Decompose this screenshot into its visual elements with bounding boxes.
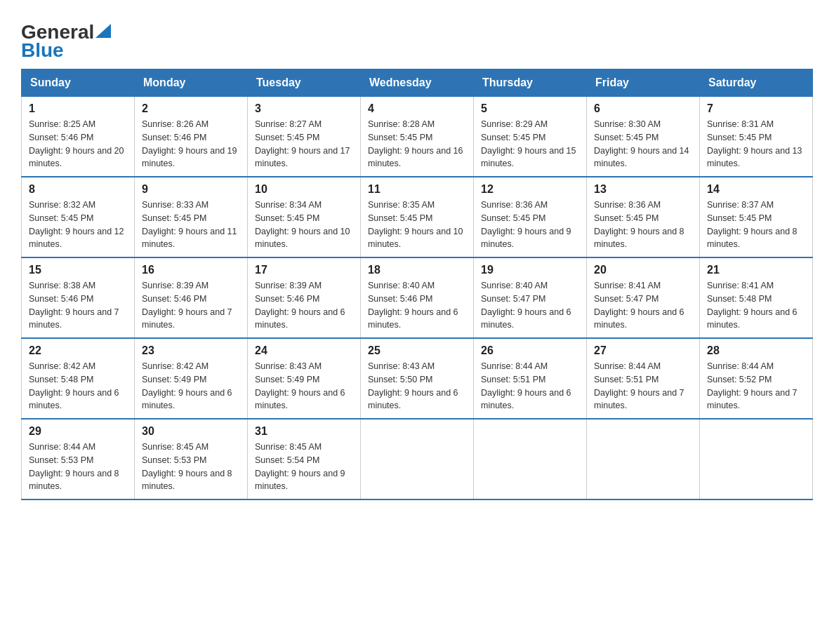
calendar-cell: 5 Sunrise: 8:29 AMSunset: 5:45 PMDayligh… [474, 97, 587, 177]
day-number: 26 [481, 344, 579, 357]
day-info: Sunrise: 8:45 AMSunset: 5:53 PMDaylight:… [142, 442, 232, 491]
day-number: 3 [255, 102, 353, 115]
calendar-cell [361, 419, 474, 499]
day-info: Sunrise: 8:44 AMSunset: 5:52 PMDaylight:… [707, 361, 797, 410]
logo-triangle-icon [95, 24, 111, 38]
calendar-cell: 12 Sunrise: 8:36 AMSunset: 5:45 PMDaylig… [474, 177, 587, 257]
logo-blue: Blue [21, 39, 64, 62]
day-header-tuesday: Tuesday [248, 69, 361, 97]
day-info: Sunrise: 8:44 AMSunset: 5:53 PMDaylight:… [29, 442, 119, 491]
calendar-cell: 14 Sunrise: 8:37 AMSunset: 5:45 PMDaylig… [700, 177, 813, 257]
day-number: 27 [594, 344, 692, 357]
calendar-cell: 4 Sunrise: 8:28 AMSunset: 5:45 PMDayligh… [361, 97, 474, 177]
day-header-sunday: Sunday [22, 69, 135, 97]
day-info: Sunrise: 8:41 AMSunset: 5:48 PMDaylight:… [707, 281, 797, 330]
calendar-cell: 31 Sunrise: 8:45 AMSunset: 5:54 PMDaylig… [248, 419, 361, 499]
calendar-table: SundayMondayTuesdayWednesdayThursdayFrid… [21, 69, 813, 500]
day-number: 9 [142, 183, 240, 196]
day-info: Sunrise: 8:42 AMSunset: 5:48 PMDaylight:… [29, 361, 119, 410]
day-number: 12 [481, 183, 579, 196]
calendar-cell: 20 Sunrise: 8:41 AMSunset: 5:47 PMDaylig… [587, 257, 700, 338]
day-info: Sunrise: 8:38 AMSunset: 5:46 PMDaylight:… [29, 281, 119, 330]
calendar-cell: 16 Sunrise: 8:39 AMSunset: 5:46 PMDaylig… [135, 257, 248, 338]
day-number: 17 [255, 264, 353, 276]
day-number: 6 [594, 102, 692, 115]
calendar-cell: 3 Sunrise: 8:27 AMSunset: 5:45 PMDayligh… [248, 97, 361, 177]
day-number: 8 [29, 183, 127, 196]
day-number: 29 [29, 425, 127, 438]
day-number: 7 [707, 102, 805, 115]
day-number: 4 [368, 102, 466, 115]
calendar-cell [587, 419, 700, 499]
calendar-cell: 26 Sunrise: 8:44 AMSunset: 5:51 PMDaylig… [474, 338, 587, 419]
calendar-week-4: 22 Sunrise: 8:42 AMSunset: 5:48 PMDaylig… [22, 338, 813, 419]
day-info: Sunrise: 8:33 AMSunset: 5:45 PMDaylight:… [142, 200, 237, 249]
day-info: Sunrise: 8:36 AMSunset: 5:45 PMDaylight:… [594, 200, 684, 249]
day-info: Sunrise: 8:44 AMSunset: 5:51 PMDaylight:… [481, 361, 571, 410]
calendar-header-row: SundayMondayTuesdayWednesdayThursdayFrid… [22, 69, 813, 97]
day-number: 21 [707, 264, 805, 276]
day-info: Sunrise: 8:28 AMSunset: 5:45 PMDaylight:… [368, 119, 463, 168]
day-number: 15 [29, 264, 127, 276]
day-header-friday: Friday [587, 69, 700, 97]
day-number: 23 [142, 344, 240, 357]
day-number: 10 [255, 183, 353, 196]
day-number: 14 [707, 183, 805, 196]
calendar-cell: 8 Sunrise: 8:32 AMSunset: 5:45 PMDayligh… [22, 177, 135, 257]
day-number: 18 [368, 264, 466, 276]
page-header: General Blue [21, 14, 813, 62]
day-info: Sunrise: 8:29 AMSunset: 5:45 PMDaylight:… [481, 119, 576, 168]
day-number: 16 [142, 264, 240, 276]
day-info: Sunrise: 8:32 AMSunset: 5:45 PMDaylight:… [29, 200, 124, 249]
day-info: Sunrise: 8:42 AMSunset: 5:49 PMDaylight:… [142, 361, 232, 410]
day-number: 5 [481, 102, 579, 115]
calendar-cell [474, 419, 587, 499]
calendar-cell: 7 Sunrise: 8:31 AMSunset: 5:45 PMDayligh… [700, 97, 813, 177]
calendar-week-1: 1 Sunrise: 8:25 AMSunset: 5:46 PMDayligh… [22, 97, 813, 177]
calendar-week-3: 15 Sunrise: 8:38 AMSunset: 5:46 PMDaylig… [22, 257, 813, 338]
calendar-cell: 13 Sunrise: 8:36 AMSunset: 5:45 PMDaylig… [587, 177, 700, 257]
calendar-cell: 22 Sunrise: 8:42 AMSunset: 5:48 PMDaylig… [22, 338, 135, 419]
day-info: Sunrise: 8:40 AMSunset: 5:46 PMDaylight:… [368, 281, 458, 330]
calendar-cell: 23 Sunrise: 8:42 AMSunset: 5:49 PMDaylig… [135, 338, 248, 419]
calendar-cell: 25 Sunrise: 8:43 AMSunset: 5:50 PMDaylig… [361, 338, 474, 419]
day-info: Sunrise: 8:41 AMSunset: 5:47 PMDaylight:… [594, 281, 684, 330]
day-info: Sunrise: 8:25 AMSunset: 5:46 PMDaylight:… [29, 119, 124, 168]
day-number: 1 [29, 102, 127, 115]
day-number: 22 [29, 344, 127, 357]
day-info: Sunrise: 8:44 AMSunset: 5:51 PMDaylight:… [594, 361, 684, 410]
day-number: 20 [594, 264, 692, 276]
calendar-week-2: 8 Sunrise: 8:32 AMSunset: 5:45 PMDayligh… [22, 177, 813, 257]
day-info: Sunrise: 8:30 AMSunset: 5:45 PMDaylight:… [594, 119, 689, 168]
day-info: Sunrise: 8:39 AMSunset: 5:46 PMDaylight:… [142, 281, 232, 330]
calendar-cell [700, 419, 813, 499]
day-info: Sunrise: 8:43 AMSunset: 5:49 PMDaylight:… [255, 361, 345, 410]
day-number: 24 [255, 344, 353, 357]
calendar-cell: 30 Sunrise: 8:45 AMSunset: 5:53 PMDaylig… [135, 419, 248, 499]
svg-marker-0 [95, 24, 111, 38]
calendar-cell: 18 Sunrise: 8:40 AMSunset: 5:46 PMDaylig… [361, 257, 474, 338]
day-info: Sunrise: 8:43 AMSunset: 5:50 PMDaylight:… [368, 361, 458, 410]
calendar-cell: 21 Sunrise: 8:41 AMSunset: 5:48 PMDaylig… [700, 257, 813, 338]
calendar-cell: 29 Sunrise: 8:44 AMSunset: 5:53 PMDaylig… [22, 419, 135, 499]
day-info: Sunrise: 8:36 AMSunset: 5:45 PMDaylight:… [481, 200, 571, 249]
day-header-saturday: Saturday [700, 69, 813, 97]
day-header-thursday: Thursday [474, 69, 587, 97]
day-info: Sunrise: 8:34 AMSunset: 5:45 PMDaylight:… [255, 200, 350, 249]
calendar-cell: 19 Sunrise: 8:40 AMSunset: 5:47 PMDaylig… [474, 257, 587, 338]
day-header-monday: Monday [135, 69, 248, 97]
calendar-cell: 15 Sunrise: 8:38 AMSunset: 5:46 PMDaylig… [22, 257, 135, 338]
calendar-cell: 6 Sunrise: 8:30 AMSunset: 5:45 PMDayligh… [587, 97, 700, 177]
calendar-cell: 1 Sunrise: 8:25 AMSunset: 5:46 PMDayligh… [22, 97, 135, 177]
calendar-cell: 11 Sunrise: 8:35 AMSunset: 5:45 PMDaylig… [361, 177, 474, 257]
day-number: 2 [142, 102, 240, 115]
calendar-cell: 24 Sunrise: 8:43 AMSunset: 5:49 PMDaylig… [248, 338, 361, 419]
logo: General Blue [21, 21, 111, 62]
calendar-cell: 17 Sunrise: 8:39 AMSunset: 5:46 PMDaylig… [248, 257, 361, 338]
calendar-cell: 2 Sunrise: 8:26 AMSunset: 5:46 PMDayligh… [135, 97, 248, 177]
logo-container: General Blue [21, 21, 111, 62]
calendar-cell: 10 Sunrise: 8:34 AMSunset: 5:45 PMDaylig… [248, 177, 361, 257]
day-number: 30 [142, 425, 240, 438]
day-info: Sunrise: 8:26 AMSunset: 5:46 PMDaylight:… [142, 119, 237, 168]
day-number: 13 [594, 183, 692, 196]
